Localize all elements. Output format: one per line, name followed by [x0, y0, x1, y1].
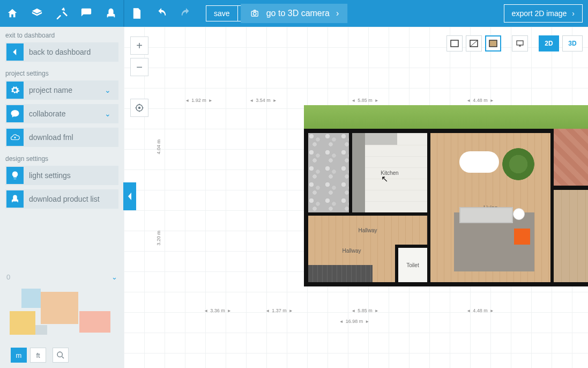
room-toilet: Toilet	[398, 248, 427, 282]
canvas[interactable]: + − 2D 3D 1.92 m 3.54 m 5.85 m 4.48 m 3.…	[124, 27, 588, 368]
camera-label: go to 3D camera	[266, 9, 330, 18]
room-hallway: Hallway	[308, 216, 427, 245]
zoom-controls: + −	[130, 36, 148, 76]
undo-icon[interactable]	[149, 0, 174, 27]
view-2d-button[interactable]: 2D	[539, 35, 559, 51]
build-icon[interactable]	[49, 0, 74, 27]
back-label: back to dashboard	[25, 48, 118, 56]
light-settings-button[interactable]: light settings	[5, 166, 118, 185]
floorplan[interactable]: Kitchen Living Hallway Toilet Hallway Be…	[304, 105, 588, 286]
gear-icon	[6, 82, 24, 99]
section-exit: exit to dashboard	[0, 27, 124, 41]
dim-left-2: 3.20 m	[156, 231, 161, 246]
redo-icon[interactable]	[174, 0, 198, 27]
furniture-icon[interactable]	[99, 0, 123, 27]
body: exit to dashboard back to dashboard proj…	[0, 27, 588, 368]
chevron-right-icon: ›	[572, 9, 575, 18]
units-row: m ft	[5, 342, 118, 368]
export-label: export 2D image	[512, 9, 567, 18]
floor-panel: 0 ⌄ m ft	[0, 267, 124, 368]
cloud-download-icon	[6, 129, 24, 146]
dim-top-3: 5.85 m	[306, 98, 424, 103]
dim-bot-4: 4.48 m	[435, 308, 526, 313]
dim-bot-2: 1.37 m	[263, 308, 295, 313]
room-entry	[308, 133, 349, 212]
collapse-sidebar-button[interactable]	[123, 182, 136, 210]
side-table	[513, 208, 525, 220]
unit-m-button[interactable]: m	[11, 348, 27, 363]
locate-button[interactable]	[130, 99, 148, 117]
stairs	[308, 265, 373, 282]
camera-icon	[249, 9, 260, 18]
svg-rect-7	[489, 40, 497, 47]
download-fml-label: download fml	[25, 133, 118, 142]
topbar-left-icons: save	[0, 0, 252, 27]
display-settings-button[interactable]	[512, 35, 528, 51]
chevron-down-icon: ⌄	[111, 273, 117, 281]
floor-number: 0	[6, 273, 10, 281]
wall	[550, 186, 588, 190]
layers-icon[interactable]	[25, 0, 49, 27]
download-fml-button[interactable]: download fml	[5, 128, 118, 147]
view-style-1-button[interactable]	[446, 35, 463, 51]
chair-icon	[6, 190, 24, 208]
comment-icon[interactable]	[74, 0, 99, 27]
collaborate-button[interactable]: collaborate ⌄	[5, 104, 118, 123]
floor-minimap[interactable]	[5, 283, 118, 342]
dim-top-4: 4.48 m	[435, 98, 526, 103]
topbar: save go to 3D camera › export 2D image ›	[0, 0, 588, 27]
section-design: design settings	[0, 150, 124, 165]
dim-top-2: 3.54 m	[231, 98, 295, 103]
zoom-out-button[interactable]: −	[130, 58, 148, 76]
armchair	[514, 229, 530, 245]
light-label: light settings	[25, 171, 118, 180]
project-name-label: project name	[25, 86, 105, 94]
svg-point-4	[139, 107, 140, 109]
view-style-3-button[interactable]	[485, 35, 501, 51]
counter	[352, 133, 365, 212]
crosshair-icon	[135, 103, 144, 113]
product-list-label: download product list	[25, 195, 118, 203]
new-file-icon[interactable]	[124, 0, 149, 27]
svg-rect-8	[517, 41, 523, 45]
chevron-left-icon	[127, 193, 132, 200]
floor-selector[interactable]: 0 ⌄	[5, 271, 118, 283]
topbar-right: export 2D image ›	[504, 4, 583, 23]
collaborate-label: collaborate	[25, 109, 105, 118]
section-project: project settings	[0, 65, 124, 79]
dining-table	[459, 151, 499, 173]
wall	[304, 129, 308, 286]
stove	[365, 133, 397, 145]
room-bedroom: Bedroom	[554, 190, 588, 282]
chevron-right-icon: ›	[336, 9, 339, 18]
sidebar: exit to dashboard back to dashboard proj…	[0, 27, 124, 368]
dim-top-1: 1.92 m	[177, 98, 220, 103]
go-to-3d-camera-button[interactable]: go to 3D camera ›	[241, 4, 348, 23]
project-name-button[interactable]: project name ⌄	[5, 80, 118, 100]
download-product-list-button[interactable]: download product list	[5, 189, 118, 209]
svg-point-2	[57, 352, 62, 357]
zoom-in-button[interactable]: +	[130, 36, 148, 55]
dim-bot-total: 16.98 m	[263, 319, 445, 324]
view-controls: 2D 3D	[446, 35, 583, 51]
export-2d-image-button[interactable]: export 2D image ›	[504, 4, 583, 23]
wall	[304, 282, 588, 286]
chevron-left-icon	[6, 43, 24, 61]
view-style-2-button[interactable]	[466, 35, 482, 51]
view-3d-button[interactable]: 3D	[562, 35, 583, 51]
lawn	[304, 105, 588, 129]
svg-rect-5	[451, 40, 458, 47]
chevron-down-icon: ⌄	[105, 109, 118, 118]
home-icon[interactable]	[0, 0, 25, 27]
back-to-dashboard-button[interactable]: back to dashboard	[5, 42, 118, 62]
dim-bot-1: 3.36 m	[183, 308, 252, 313]
sofa	[459, 207, 513, 223]
room-patio: Patio	[554, 129, 588, 186]
plant	[502, 148, 534, 180]
zoom-reset-button[interactable]	[53, 348, 69, 363]
bulb-icon	[6, 167, 24, 184]
dim-bot-3: 5.85 m	[306, 308, 424, 313]
dim-left-1: 4.04 m	[156, 139, 161, 154]
unit-ft-button[interactable]: ft	[30, 348, 46, 363]
save-button[interactable]: save	[206, 5, 238, 21]
